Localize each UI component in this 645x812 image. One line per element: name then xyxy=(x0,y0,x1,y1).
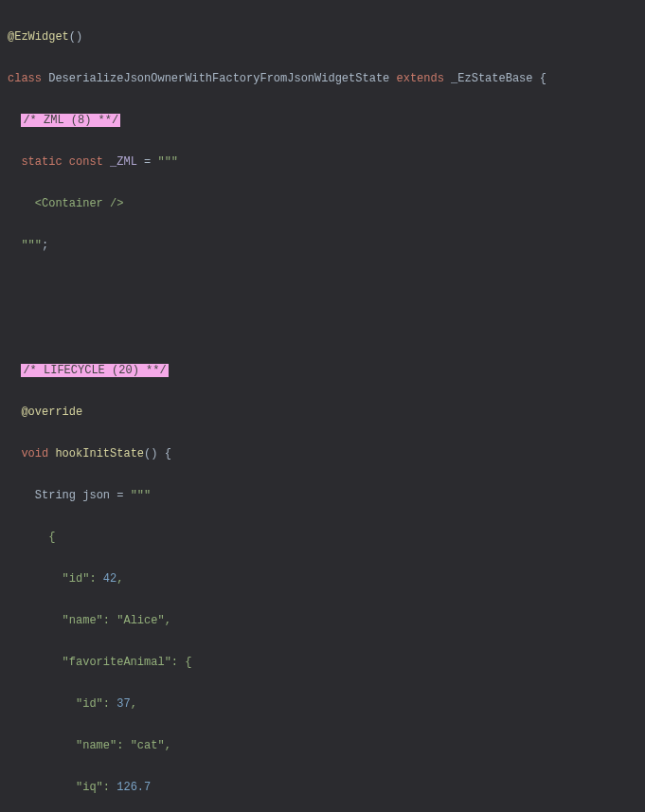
triple-open: """ xyxy=(131,489,152,502)
kw-static: static xyxy=(21,155,62,169)
code-line: @EzWidget() xyxy=(8,27,645,47)
kw-const: const xyxy=(69,155,103,169)
zml-section-comment: /* ZML (8) **/ xyxy=(21,114,120,127)
base-class: _EzStateBase xyxy=(451,72,532,85)
json-key: "iq" xyxy=(8,781,103,794)
method-name: hookInitState xyxy=(55,447,144,460)
code-line: { xyxy=(8,527,645,548)
zml-content: <Container /> xyxy=(8,197,123,210)
semi: ; xyxy=(42,239,48,252)
var-json: json xyxy=(82,489,110,502)
open-brace: { xyxy=(533,72,546,85)
json-key: "id" xyxy=(8,697,103,711)
kw-class: class xyxy=(8,72,42,85)
lifecycle-section-comment: /* LIFECYCLE (20) **/ xyxy=(21,364,168,377)
code-line: /* ZML (8) **/ xyxy=(8,110,645,131)
code-line: "id": 37, xyxy=(8,694,645,714)
blank-line xyxy=(8,318,645,339)
method-parens: () xyxy=(144,447,157,460)
code-editor[interactable]: @EzWidget() class DeserializeJsonOwnerWi… xyxy=(0,0,645,812)
json-key: "name" xyxy=(8,739,116,752)
code-line: String json = """ xyxy=(8,485,645,506)
code-line: class DeserializeJsonOwnerWithFactoryFro… xyxy=(8,68,645,89)
triple-open: """ xyxy=(157,155,178,169)
code-line: <Container /> xyxy=(8,193,645,214)
annotation-parens: () xyxy=(69,30,82,44)
code-line: @override xyxy=(8,402,645,423)
code-line: "id": 42, xyxy=(8,568,645,589)
zml-ident: _ZML xyxy=(110,155,137,169)
code-line: static const _ZML = """ xyxy=(8,152,645,172)
json-line: { xyxy=(8,531,55,544)
json-brace: : { xyxy=(171,656,192,669)
json-comma: , xyxy=(165,614,171,627)
code-line: void hookInitState() { xyxy=(8,443,645,464)
override-annotation: @override xyxy=(21,406,82,419)
json-number: 126.7 xyxy=(116,781,151,794)
type-string: String xyxy=(35,489,76,502)
code-line: /* LIFECYCLE (20) **/ xyxy=(8,360,645,381)
code-line: "name": "Alice", xyxy=(8,610,645,631)
eq: = xyxy=(137,155,158,169)
open-brace: { xyxy=(157,447,170,460)
kw-extends: extends xyxy=(396,72,443,85)
json-colon: : xyxy=(89,572,102,586)
triple-close: """ xyxy=(21,239,42,252)
code-line: "name": "cat", xyxy=(8,735,645,756)
json-colon: : xyxy=(103,697,116,711)
json-comma: , xyxy=(131,697,137,711)
json-colon: : xyxy=(103,781,116,794)
json-string: "Alice" xyxy=(116,614,164,627)
blank-line xyxy=(8,277,645,298)
json-key: "favoriteAnimal" xyxy=(8,656,171,669)
json-key: "id" xyxy=(8,572,89,586)
json-comma: , xyxy=(165,739,171,752)
json-comma: , xyxy=(116,572,123,586)
code-line: "iq": 126.7 xyxy=(8,777,645,798)
json-key: "name" xyxy=(8,614,103,627)
code-line: "favoriteAnimal": { xyxy=(8,652,645,673)
json-colon: : xyxy=(116,739,130,752)
json-number: 42 xyxy=(103,572,116,586)
annotation-name: @EzWidget xyxy=(8,30,69,44)
class-name: DeserializeJsonOwnerWithFactoryFromJsonW… xyxy=(48,72,389,85)
eq: = xyxy=(110,489,131,502)
kw-void: void xyxy=(21,447,48,460)
json-colon: : xyxy=(103,614,116,627)
code-line: """; xyxy=(8,235,645,256)
json-string: "cat" xyxy=(131,739,165,752)
json-number: 37 xyxy=(116,697,130,711)
